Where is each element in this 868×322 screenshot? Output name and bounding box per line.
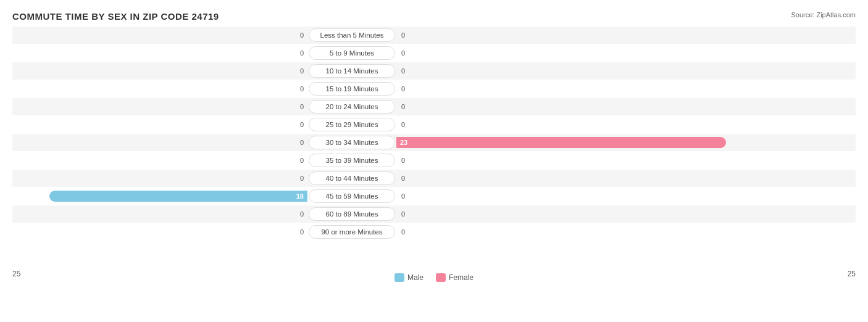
male-bar: 18 xyxy=(49,191,307,202)
male-zero-label: 0 xyxy=(295,103,304,110)
left-section: 025 to 29 Minutes xyxy=(12,118,395,131)
female-zero-label: 0 xyxy=(401,157,410,164)
female-zero-label: 0 xyxy=(401,49,410,57)
female-zero-label: 0 xyxy=(401,121,410,128)
table-row: 040 to 44 Minutes0 xyxy=(12,170,856,187)
axis-left-label: 25 xyxy=(12,270,20,282)
male-zero-label: 0 xyxy=(295,210,304,218)
male-zero-label: 0 xyxy=(295,175,304,182)
male-zero-label: 0 xyxy=(295,157,304,164)
row-label: 35 to 39 Minutes xyxy=(309,154,395,167)
left-section: 010 to 14 Minutes xyxy=(12,64,395,78)
bottom-axis: 25 Male Female 25 xyxy=(12,270,856,282)
female-bar xyxy=(396,119,399,130)
left-section: 015 to 19 Minutes xyxy=(12,82,395,96)
left-section: 030 to 34 Minutes xyxy=(12,136,395,149)
left-section: 040 to 44 Minutes xyxy=(12,171,395,185)
female-zero-label: 0 xyxy=(401,31,410,39)
male-swatch xyxy=(394,273,404,282)
female-bar xyxy=(396,226,399,237)
right-section: 0 xyxy=(395,208,856,220)
right-section: 0 xyxy=(395,155,856,166)
left-section: 060 to 89 Minutes xyxy=(12,207,395,221)
male-label: Male xyxy=(407,273,424,282)
male-zero-label: 0 xyxy=(295,121,304,128)
female-bar xyxy=(396,101,399,112)
female-bar xyxy=(396,65,399,76)
female-bar xyxy=(396,191,399,202)
female-zero-label: 0 xyxy=(401,85,410,93)
row-label: 25 to 29 Minutes xyxy=(309,118,395,131)
left-section: 1845 to 59 Minutes xyxy=(12,189,395,203)
table-row: 015 to 19 Minutes0 xyxy=(12,80,856,97)
female-zero-label: 0 xyxy=(401,210,410,218)
row-label: 5 to 9 Minutes xyxy=(309,46,395,60)
right-section: 0 xyxy=(395,101,856,112)
table-row: 090 or more Minutes0 xyxy=(12,223,856,241)
axis-right-label: 25 xyxy=(848,270,856,282)
legend-male: Male xyxy=(394,273,424,282)
chart-area: 0Less than 5 Minutes005 to 9 Minutes0010… xyxy=(12,27,856,267)
female-bar xyxy=(396,30,399,41)
table-row: 060 to 89 Minutes0 xyxy=(12,205,856,223)
row-label: 45 to 59 Minutes xyxy=(309,189,395,203)
right-section: 0 xyxy=(395,119,856,130)
female-zero-label: 0 xyxy=(401,175,410,182)
right-section: 0 xyxy=(395,65,856,76)
female-bar xyxy=(396,47,399,59)
female-bar xyxy=(396,155,399,166)
female-zero-label: 0 xyxy=(401,228,410,236)
right-section: 0 xyxy=(395,47,856,59)
table-row: 0Less than 5 Minutes0 xyxy=(12,27,856,44)
table-row: 05 to 9 Minutes0 xyxy=(12,44,856,62)
row-label: 15 to 19 Minutes xyxy=(309,82,395,96)
male-zero-label: 0 xyxy=(295,31,304,39)
right-section: 0 xyxy=(395,226,856,237)
female-label: Female xyxy=(449,273,474,282)
right-section: 23 xyxy=(395,137,856,148)
right-section: 0 xyxy=(395,83,856,94)
female-value: 23 xyxy=(396,139,411,146)
female-bar xyxy=(396,83,399,94)
table-row: 020 to 24 Minutes0 xyxy=(12,98,856,115)
legend: Male Female xyxy=(394,273,474,282)
female-zero-label: 0 xyxy=(401,67,410,75)
table-row: 030 to 34 Minutes23 xyxy=(12,134,856,151)
right-section: 0 xyxy=(395,30,856,41)
left-section: 0Less than 5 Minutes xyxy=(12,28,395,42)
female-swatch xyxy=(436,273,446,282)
right-section: 0 xyxy=(395,191,856,202)
chart-container: COMMUTE TIME BY SEX IN ZIP CODE 24719 So… xyxy=(0,0,868,322)
table-row: 010 to 14 Minutes0 xyxy=(12,62,856,80)
female-zero-label: 0 xyxy=(401,192,410,200)
left-section: 090 or more Minutes xyxy=(12,225,395,239)
male-zero-label: 0 xyxy=(295,85,304,93)
male-value: 18 xyxy=(293,192,307,200)
table-row: 1845 to 59 Minutes0 xyxy=(12,188,856,205)
left-section: 020 to 24 Minutes xyxy=(12,100,395,114)
right-section: 0 xyxy=(395,173,856,184)
source-label: Source: ZipAtlas.com xyxy=(791,11,856,19)
male-zero-label: 0 xyxy=(295,67,304,75)
female-bar: 23 xyxy=(396,137,726,148)
row-label: 10 to 14 Minutes xyxy=(309,64,395,78)
row-label: 40 to 44 Minutes xyxy=(309,171,395,185)
table-row: 025 to 29 Minutes0 xyxy=(12,116,856,133)
left-section: 05 to 9 Minutes xyxy=(12,46,395,60)
female-zero-label: 0 xyxy=(401,103,410,110)
left-section: 035 to 39 Minutes xyxy=(12,154,395,167)
male-zero-label: 0 xyxy=(295,228,304,236)
row-label: 60 to 89 Minutes xyxy=(309,207,395,221)
female-bar xyxy=(396,173,399,184)
row-label: 30 to 34 Minutes xyxy=(309,136,395,149)
male-zero-label: 0 xyxy=(295,49,304,57)
row-label: 90 or more Minutes xyxy=(309,225,395,239)
chart-title: COMMUTE TIME BY SEX IN ZIP CODE 24719 xyxy=(12,11,856,22)
male-zero-label: 0 xyxy=(295,139,304,146)
table-row: 035 to 39 Minutes0 xyxy=(12,152,856,169)
row-label: 20 to 24 Minutes xyxy=(309,100,395,114)
female-bar xyxy=(396,208,399,220)
legend-female: Female xyxy=(436,273,474,282)
row-label: Less than 5 Minutes xyxy=(309,28,395,42)
